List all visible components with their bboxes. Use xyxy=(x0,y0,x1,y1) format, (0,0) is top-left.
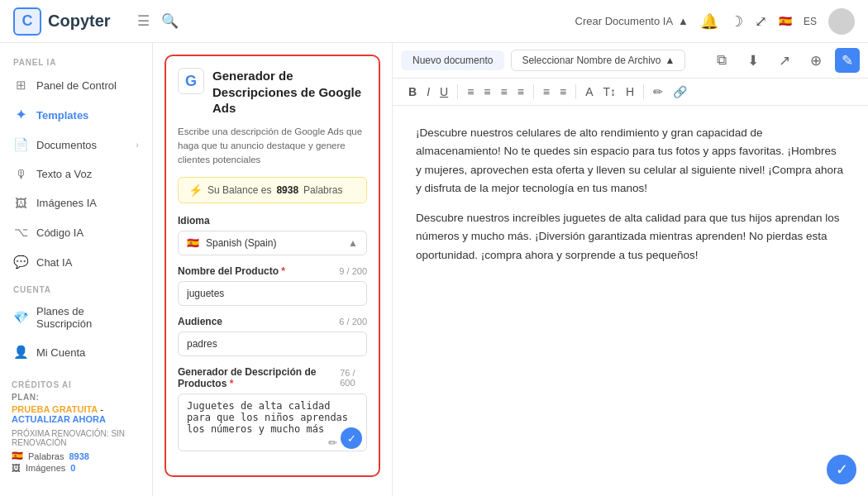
format-toolbar: B I U ≡ ≡ ≡ ≡ ≡ ≡ A T↕ H ✏ 🔗 xyxy=(393,79,868,106)
cuenta-label: CUENTA xyxy=(0,277,152,298)
sidebar-label-chat-ia: Chat IA xyxy=(36,256,72,269)
sidebar-item-panel-control[interactable]: ⊞ Panel de Control xyxy=(0,70,152,100)
italic-button[interactable]: I xyxy=(422,83,434,101)
plan-label: PLAN: xyxy=(12,393,141,402)
audience-group: Audience 6 / 200 xyxy=(178,316,367,356)
language-flag-text: 🇪🇸 Spanish (Spain) xyxy=(187,237,276,249)
user-avatar[interactable] xyxy=(828,8,855,35)
duplicate-icon-btn[interactable]: ⊕ xyxy=(804,48,828,73)
sidebar-item-templates[interactable]: ✦ Templates xyxy=(0,100,152,130)
template-card: G Generador de Descripciones de Google A… xyxy=(165,55,380,477)
sidebar-item-planes[interactable]: 💎 Planes de Suscripción xyxy=(0,298,152,337)
align-justify-button[interactable]: ≡ xyxy=(513,83,528,101)
card-subtitle: Escribe una descripción de Google Ads qu… xyxy=(178,125,367,168)
idioma-label: Idioma xyxy=(178,215,367,227)
main-layout: PANEL IA ⊞ Panel de Control ✦ Templates … xyxy=(0,43,868,496)
desc-required: * xyxy=(227,378,233,389)
google-g-icon: G xyxy=(178,68,204,94)
crear-label: Crear Documento IA xyxy=(575,15,674,27)
audience-label: Audience 6 / 200 xyxy=(178,316,367,327)
user-icon: 👤 xyxy=(13,345,28,360)
align-center-button[interactable]: ≡ xyxy=(479,83,494,101)
crear-documento-button[interactable]: Crear Documento IA ▲ xyxy=(575,15,689,27)
notification-bell-icon[interactable]: 🔔 xyxy=(700,12,718,31)
plan-update-link[interactable]: ACTUALIZAR AHORA xyxy=(12,414,106,424)
sidebar: PANEL IA ⊞ Panel de Control ✦ Templates … xyxy=(0,43,153,496)
card-header: G Generador de Descripciones de Google A… xyxy=(178,68,367,117)
code-icon: ⌥ xyxy=(13,225,28,240)
select-file-button[interactable]: Seleccionar Nombre de Archivo ▲ xyxy=(511,50,685,71)
logo-icon: C xyxy=(13,7,41,36)
templates-icon: ✦ xyxy=(13,107,28,122)
nav-right: Crear Documento IA ▲ 🔔 ☽ ⤢ 🇪🇸 ES xyxy=(575,8,855,35)
fullscreen-icon[interactable]: ⤢ xyxy=(755,12,767,31)
audience-input[interactable] xyxy=(178,331,367,356)
bold-button[interactable]: B xyxy=(404,83,421,101)
nombre-label: Nombre del Producto * 9 / 200 xyxy=(178,265,367,277)
plan-free-link[interactable]: PRUEBA GRATUITA xyxy=(12,404,98,414)
align-left-button[interactable]: ≡ xyxy=(463,83,478,101)
align-right-button[interactable]: ≡ xyxy=(496,83,511,101)
sidebar-item-chat-ia[interactable]: 💬 Chat IA xyxy=(0,247,152,277)
sidebar-label-documentos: Documentos xyxy=(36,139,97,151)
imagenes-count: 0 xyxy=(70,463,75,473)
nombre-group: Nombre del Producto * 9 / 200 xyxy=(178,265,367,306)
new-document-tab[interactable]: Nuevo documento xyxy=(401,50,504,70)
download-icon-btn[interactable]: ⬇ xyxy=(741,48,765,73)
center-panel: G Generador de Descripciones de Google A… xyxy=(153,43,393,496)
editor-action-icons: ⧉ ⬇ ↗ ⊕ ✎ xyxy=(709,48,860,73)
balance-bar: ⚡ Su Balance es 8938 Palabras xyxy=(178,177,367,203)
sidebar-label-panel-control: Panel de Control xyxy=(36,79,117,92)
pen-tool-button[interactable]: ✏ xyxy=(649,83,667,101)
nav-left-icons: ☰ 🔍 xyxy=(137,12,179,30)
editor-confirm-button[interactable]: ✓ xyxy=(827,455,856,484)
heading-button[interactable]: H xyxy=(622,83,638,101)
unordered-list-button[interactable]: ≡ xyxy=(556,83,570,101)
sidebar-item-documentos[interactable]: 📄 Documentos › xyxy=(0,130,152,160)
language-code: ES xyxy=(804,16,817,27)
app-name: Copyter xyxy=(48,12,111,31)
search-icon[interactable]: 🔍 xyxy=(161,12,179,30)
language-flag: 🇪🇸 xyxy=(779,15,792,27)
prox-renovacion-label: PRÓXIMA RENOVACIÓN: SIN RENOVACIÓN xyxy=(12,429,141,447)
edit-textarea-button[interactable]: ✏ xyxy=(328,436,337,449)
sidebar-item-imagenes-ia[interactable]: 🖼 Imágenes IA xyxy=(0,188,152,217)
document-icon: 📄 xyxy=(13,137,28,152)
card-title: Generador de Descripciones de Google Ads xyxy=(212,68,367,117)
desc-textarea[interactable]: Juguetes de alta calidad para que los ni… xyxy=(178,393,367,451)
sidebar-item-codigo-ia[interactable]: ⌥ Código IA xyxy=(0,217,152,247)
nombre-input[interactable] xyxy=(178,281,367,306)
chevron-right-icon: › xyxy=(136,140,139,150)
sidebar-label-codigo-ia: Código IA xyxy=(36,227,83,239)
chevron-up-icon-file: ▲ xyxy=(665,55,675,66)
desc-label: Generador de Descripción de Productos * … xyxy=(178,366,367,389)
editor-content[interactable]: ¡Descubre nuestros celulares de alto ren… xyxy=(393,106,868,496)
diamond-icon: 💎 xyxy=(13,310,28,325)
balance-count: 8938 xyxy=(276,184,298,196)
balance-prefix: Su Balance es xyxy=(207,184,271,196)
nombre-charcount: 9 / 200 xyxy=(339,266,367,276)
editor-toolbar-top: Nuevo documento Seleccionar Nombre de Ar… xyxy=(393,43,868,79)
logo-area: C Copyter xyxy=(13,7,111,36)
copy-icon-btn[interactable]: ⧉ xyxy=(709,48,734,73)
ordered-list-button[interactable]: ≡ xyxy=(539,83,554,101)
share-icon-btn[interactable]: ↗ xyxy=(772,48,797,73)
edit-active-btn[interactable]: ✎ xyxy=(835,48,860,73)
font-size-button[interactable]: T↕ xyxy=(599,83,621,101)
editor-check-area: ✓ xyxy=(827,455,856,484)
chevron-up-icon: ▲ xyxy=(348,237,358,249)
fmt-divider-3 xyxy=(575,84,576,99)
editor-relative-wrapper: ¡Descubre nuestros celulares de alto ren… xyxy=(393,106,868,496)
link-button[interactable]: 🔗 xyxy=(669,83,691,101)
hamburger-icon[interactable]: ☰ xyxy=(137,12,150,30)
font-color-button[interactable]: A xyxy=(581,83,597,101)
dark-mode-icon[interactable]: ☽ xyxy=(730,12,743,31)
sidebar-label-imagenes-ia: Imágenes IA xyxy=(36,197,97,209)
underline-button[interactable]: U xyxy=(436,83,452,101)
language-select[interactable]: 🇪🇸 Spanish (Spain) ▲ xyxy=(178,231,367,255)
sidebar-item-texto-a-voz[interactable]: 🎙 Texto a Voz xyxy=(0,160,152,188)
sidebar-label-templates: Templates xyxy=(36,109,88,122)
imagenes-label: Imágenes xyxy=(26,463,65,473)
sidebar-label-planes: Planes de Suscripción xyxy=(36,305,139,330)
sidebar-item-mi-cuenta[interactable]: 👤 Mi Cuenta xyxy=(0,337,152,367)
